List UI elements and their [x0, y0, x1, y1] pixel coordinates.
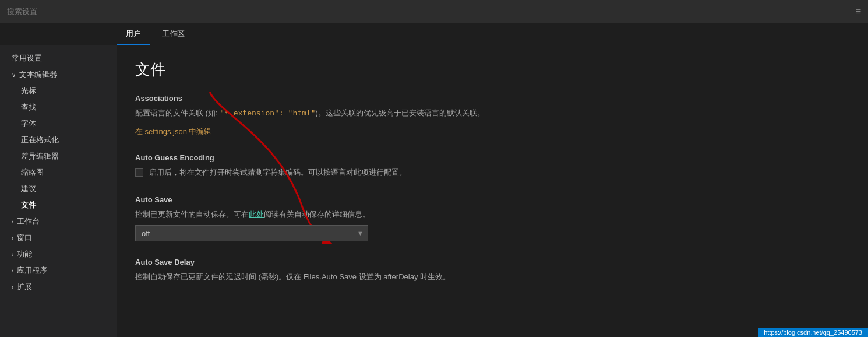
page-title: 文件	[135, 59, 849, 80]
chevron-right-icon-features: ›	[12, 251, 13, 258]
search-input[interactable]: 搜索设置	[7, 7, 856, 16]
auto-save-dropdown-wrap: off afterDelay onFocusChange onWindowCha…	[135, 225, 849, 241]
sidebar-item-application[interactable]: › 应用程序	[0, 262, 117, 279]
chevron-right-icon-app: ›	[12, 268, 13, 274]
auto-guess-checkbox[interactable]	[135, 169, 143, 177]
tabs-row: 用户 工作区	[0, 23, 868, 45]
associations-code: "*.extension": "html"	[220, 108, 315, 117]
main-layout: 常用设置 ∨ 文本编辑器 光标 查找 字体 正在格式化 差异编辑器 缩略图 建议…	[0, 45, 868, 337]
section-auto-save-delay: Auto Save Delay 控制自动保存已更新文件的延迟时间 (毫秒)。仅在…	[135, 258, 849, 283]
sidebar-item-common[interactable]: 常用设置	[0, 50, 117, 66]
chevron-right-icon-window: ›	[12, 235, 13, 241]
section-auto-save: Auto Save 控制已更新文件的自动保存。可在此处阅读有关自动保存的详细信息…	[135, 195, 849, 242]
sidebar-item-find[interactable]: 查找	[0, 99, 117, 115]
sidebar-item-text-editor[interactable]: ∨ 文本编辑器	[0, 66, 117, 83]
status-url[interactable]: https://blog.csdn.net/qq_25490573	[764, 329, 862, 336]
sidebar-item-minimap[interactable]: 缩略图	[0, 164, 117, 181]
sidebar-item-diff-editor[interactable]: 差异编辑器	[0, 148, 117, 164]
sidebar: 常用设置 ∨ 文本编辑器 光标 查找 字体 正在格式化 差异编辑器 缩略图 建议…	[0, 45, 117, 337]
section-associations: Associations 配置语言的文件关联 (如: "*.extension"…	[135, 94, 849, 137]
sidebar-item-formatting[interactable]: 正在格式化	[0, 132, 117, 148]
sidebar-item-cursor[interactable]: 光标	[0, 83, 117, 99]
auto-save-title: Auto Save	[135, 195, 849, 204]
sidebar-item-window[interactable]: › 窗口	[0, 230, 117, 246]
auto-save-delay-desc: 控制自动保存已更新文件的延迟时间 (毫秒)。仅在 Files.Auto Save…	[135, 271, 849, 283]
sidebar-item-extensions[interactable]: › 扩展	[0, 279, 117, 295]
auto-save-dropdown[interactable]: off afterDelay onFocusChange onWindowCha…	[135, 225, 368, 241]
chevron-down-icon: ∨	[12, 72, 16, 78]
sidebar-item-files[interactable]: 文件	[0, 197, 117, 213]
sidebar-item-workbench[interactable]: › 工作台	[0, 213, 117, 230]
auto-guess-label: 启用后，将在文件打开时尝试猜测字符集编码。可以按语言对此项进行配置。	[149, 167, 407, 179]
tab-workspace[interactable]: 工作区	[153, 24, 194, 45]
auto-guess-checkbox-row: 启用后，将在文件打开时尝试猜测字符集编码。可以按语言对此项进行配置。	[135, 167, 849, 179]
status-bar: https://blog.csdn.net/qq_25490573	[758, 328, 868, 337]
content-area: 文件 Associations 配置语言的文件关联 (如: "*.extensi…	[117, 45, 868, 337]
auto-save-delay-title: Auto Save Delay	[135, 258, 849, 266]
tab-user[interactable]: 用户	[117, 24, 150, 45]
associations-title: Associations	[135, 94, 849, 103]
section-auto-guess: Auto Guess Encoding 启用后，将在文件打开时尝试猜测字符集编码…	[135, 153, 849, 179]
auto-save-link[interactable]: 此处	[249, 210, 264, 219]
sidebar-item-font[interactable]: 字体	[0, 115, 117, 132]
associations-desc: 配置语言的文件关联 (如: "*.extension": "html")。这些关…	[135, 107, 849, 120]
sidebar-item-suggest[interactable]: 建议	[0, 181, 117, 197]
auto-guess-title: Auto Guess Encoding	[135, 153, 849, 162]
chevron-right-icon-workbench: ›	[12, 219, 13, 225]
auto-save-desc: 控制已更新文件的自动保存。可在此处阅读有关自动保存的详细信息。	[135, 209, 849, 221]
search-bar: 搜索设置 ≡	[0, 0, 868, 23]
edit-settings-json-link[interactable]: 在 settings.json 中编辑	[135, 127, 212, 137]
chevron-right-icon-ext: ›	[12, 284, 13, 290]
auto-save-dropdown-container: off afterDelay onFocusChange onWindowCha…	[135, 225, 368, 241]
sidebar-item-features[interactable]: › 功能	[0, 246, 117, 262]
filter-icon[interactable]: ≡	[856, 6, 861, 17]
